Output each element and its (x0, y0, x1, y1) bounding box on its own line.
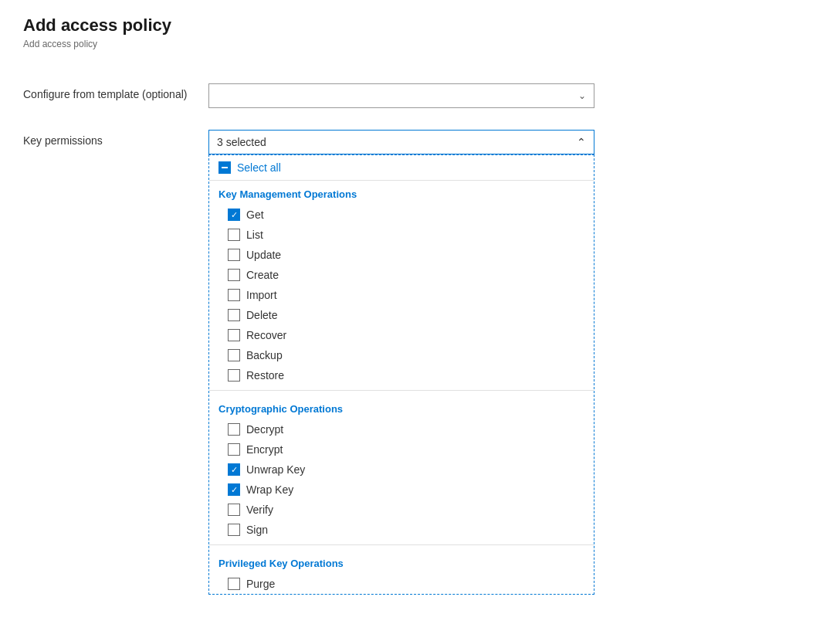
label-delete[interactable]: Delete (246, 309, 277, 321)
checkbox-verify[interactable] (228, 504, 240, 516)
privileged-section-header: Privileged Key Operations (209, 550, 594, 574)
form-section: Configure from template (optional) ⌄ Key… (23, 73, 817, 641)
checkbox-row-encrypt: Encrypt (209, 439, 594, 460)
label-update[interactable]: Update (246, 249, 281, 261)
label-sign[interactable]: Sign (246, 524, 268, 536)
checkbox-delete[interactable] (228, 309, 240, 321)
checkbox-encrypt[interactable] (228, 443, 240, 456)
checkbox-get[interactable]: ✓ (228, 209, 240, 221)
checkbox-restore[interactable] (228, 369, 240, 382)
checkbox-row-list: List (209, 225, 594, 245)
checkbox-row-sign: Sign (209, 520, 594, 540)
label-import[interactable]: Import (246, 289, 277, 301)
checkmark-icon: ✓ (231, 211, 238, 219)
checkbox-row-create: Create (209, 265, 594, 285)
label-unwrap-key[interactable]: Unwrap Key (246, 463, 305, 476)
checkbox-row-delete: Delete (209, 305, 594, 325)
key-management-section-header: Key Management Operations (209, 181, 594, 205)
checkbox-create[interactable] (228, 269, 240, 281)
label-restore[interactable]: Restore (246, 369, 284, 382)
label-get[interactable]: Get (246, 209, 264, 221)
label-verify[interactable]: Verify (246, 504, 273, 516)
configure-template-row: Configure from template (optional) ⌄ (23, 73, 817, 119)
checkbox-row-verify: Verify (209, 500, 594, 520)
checkbox-row-backup: Backup (209, 345, 594, 365)
partial-check-icon (222, 167, 228, 168)
checkbox-row-recover: Recover (209, 325, 594, 345)
key-permissions-dropdown-trigger[interactable]: 3 selected ⌃ (208, 130, 594, 154)
checkbox-unwrap-key[interactable]: ✓ (228, 463, 240, 476)
label-encrypt[interactable]: Encrypt (246, 443, 283, 456)
breadcrumb: Add access policy (23, 39, 817, 49)
key-permissions-label: Key permissions (23, 130, 208, 147)
checkmark-icon: ✓ (231, 466, 238, 474)
select-all-checkbox[interactable] (218, 161, 231, 174)
configure-template-label: Configure from template (optional) (23, 83, 208, 100)
select-all-label[interactable]: Select all (237, 161, 281, 174)
key-permissions-row: Key permissions 3 selected ⌃ Select all … (23, 119, 817, 165)
label-backup[interactable]: Backup (246, 349, 283, 361)
checkbox-row-wrap-key: ✓ Wrap Key (209, 480, 594, 500)
checkbox-row-decrypt: Decrypt (209, 419, 594, 439)
checkbox-backup[interactable] (228, 349, 240, 361)
checkbox-row-import: Import (209, 285, 594, 305)
chevron-up-icon: ⌃ (577, 136, 586, 148)
checkbox-row-unwrap-key: ✓ Unwrap Key (209, 460, 594, 480)
label-wrap-key[interactable]: Wrap Key (246, 483, 293, 496)
checkbox-recover[interactable] (228, 329, 240, 341)
checkbox-row-purge: Purge (209, 574, 594, 594)
checkbox-decrypt[interactable] (228, 423, 240, 436)
label-purge[interactable]: Purge (246, 578, 275, 590)
checkmark-icon: ✓ (231, 486, 238, 494)
label-recover[interactable]: Recover (246, 329, 286, 341)
label-decrypt[interactable]: Decrypt (246, 423, 283, 436)
chevron-down-icon: ⌄ (578, 90, 586, 101)
checkbox-purge[interactable] (228, 578, 240, 590)
checkbox-row-restore: Restore (209, 365, 594, 385)
configure-template-control: ⌄ (208, 83, 594, 108)
checkbox-wrap-key[interactable]: ✓ (228, 483, 240, 496)
key-permissions-selected-count: 3 selected (217, 136, 266, 148)
checkbox-row-get: ✓ Get (209, 205, 594, 225)
label-create[interactable]: Create (246, 269, 279, 281)
select-all-row: Select all (209, 155, 594, 181)
key-permissions-control: 3 selected ⌃ Select all Key Management O… (208, 130, 594, 154)
checkbox-row-update: Update (209, 245, 594, 265)
checkbox-sign[interactable] (228, 524, 240, 536)
label-list[interactable]: List (246, 229, 263, 241)
checkbox-list[interactable] (228, 229, 240, 241)
key-permissions-dropdown-panel: Select all Key Management Operations ✓ G… (208, 154, 594, 595)
section-divider-1 (209, 390, 594, 391)
checkbox-update[interactable] (228, 249, 240, 261)
section-divider-2 (209, 544, 594, 545)
cryptographic-section-header: Cryptographic Operations (209, 395, 594, 419)
configure-template-dropdown[interactable]: ⌄ (208, 83, 594, 108)
page-title: Add access policy (23, 15, 817, 36)
checkbox-import[interactable] (228, 289, 240, 301)
